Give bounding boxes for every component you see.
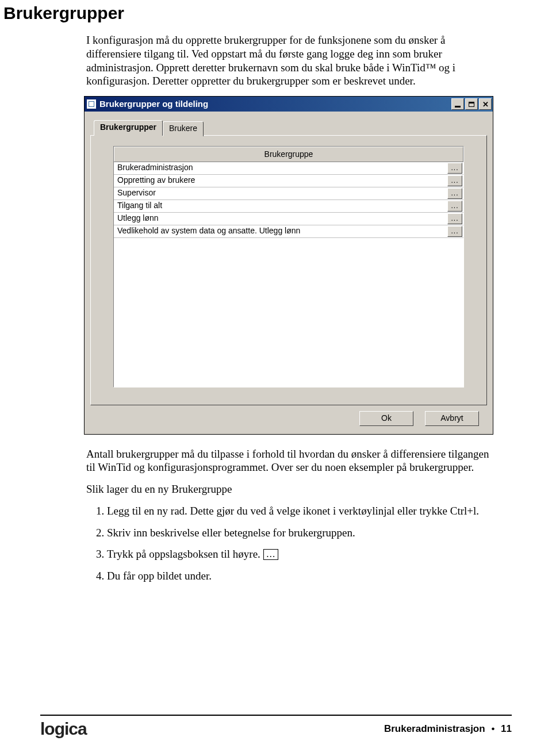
lookup-button[interactable]: ...	[447, 163, 462, 174]
bullet-icon: •	[491, 723, 494, 734]
maximize-button[interactable]	[465, 98, 478, 110]
group-table: Brukergruppe Brukeradministrasjon ... Op…	[113, 146, 464, 387]
group-cell[interactable]: Oppretting av brukere	[114, 175, 446, 187]
app-icon	[87, 99, 96, 109]
minimize-button[interactable]	[451, 98, 464, 110]
dialog-window: Brukergrupper og tildeling ✕ Brukergrupp…	[84, 96, 493, 435]
page-footer: logica Brukeradministrasjon • 11	[40, 715, 512, 739]
step-1: Legg til en ny rad. Dette gjør du ved å …	[107, 504, 500, 518]
lookup-button[interactable]: ...	[447, 226, 462, 237]
titlebar[interactable]: Brukergrupper og tildeling ✕	[85, 97, 493, 112]
group-cell[interactable]: Vedlikehold av system data og ansatte. U…	[114, 225, 446, 237]
group-cell[interactable]: Utlegg lønn	[114, 213, 446, 225]
table-row[interactable]: Supervisor ...	[114, 187, 463, 200]
page-title: Brukergrupper	[3, 3, 512, 23]
footer-section: Brukeradministrasjon	[384, 723, 485, 734]
table-row[interactable]: Tilgang til alt ...	[114, 200, 463, 213]
logo: logica	[40, 719, 87, 739]
column-header[interactable]: Brukergruppe	[114, 147, 463, 162]
tab-brukere[interactable]: Brukere	[163, 121, 204, 136]
lookup-box-icon: …	[263, 549, 278, 560]
svg-rect-1	[89, 102, 94, 106]
titlebar-text: Brukergrupper og tildeling	[99, 99, 451, 110]
tab-panel: Brukergruppe Brukeradministrasjon ... Op…	[90, 135, 487, 405]
footer-page-number: 11	[501, 723, 512, 734]
step-3-text: Trykk på oppslagsboksen til høyre.	[107, 548, 263, 560]
ok-button[interactable]: Ok	[359, 411, 413, 426]
group-cell[interactable]: Tilgang til alt	[114, 200, 446, 212]
table-row[interactable]: Oppretting av brukere ...	[114, 175, 463, 187]
table-row[interactable]: Vedlikehold av system data og ansatte. U…	[114, 225, 463, 238]
table-row[interactable]: Brukeradministrasjon ...	[114, 162, 463, 175]
lookup-button[interactable]: ...	[447, 201, 462, 212]
intro-paragraph: I konfigurasjon må du opprette brukergru…	[86, 33, 500, 88]
step-4: Du får opp bildet under.	[107, 569, 500, 583]
lookup-button[interactable]: ...	[447, 188, 462, 199]
step-2: Skriv inn beskrivelse eller betegnelse f…	[107, 526, 500, 540]
tab-brukergrupper[interactable]: Brukergrupper	[94, 120, 163, 136]
step-3: Trykk på oppslagsboksen til høyre. …	[107, 547, 500, 561]
steps-list: Legg til en ny rad. Dette gjør du ved å …	[107, 504, 500, 583]
table-row[interactable]: Utlegg lønn ...	[114, 213, 463, 225]
group-cell[interactable]: Supervisor	[114, 187, 446, 199]
lookup-button[interactable]: ...	[447, 213, 462, 224]
close-button[interactable]: ✕	[479, 98, 492, 110]
group-cell[interactable]: Brukeradministrasjon	[114, 162, 446, 174]
after-paragraph: Antall brukergrupper må du tilpasse i fo…	[86, 447, 500, 475]
subheading: Slik lager du en ny Brukergruppe	[86, 482, 500, 496]
lookup-button[interactable]: ...	[447, 175, 462, 186]
cancel-button[interactable]: Avbryt	[425, 411, 479, 426]
